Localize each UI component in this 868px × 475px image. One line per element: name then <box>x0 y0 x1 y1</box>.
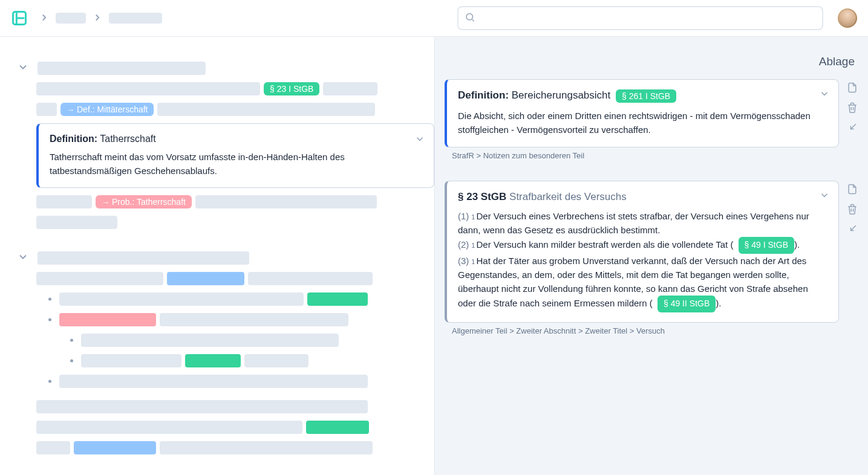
card-title: Definition: Tatherrschaft <box>50 134 156 144</box>
chevron-down-icon[interactable] <box>17 61 29 75</box>
trash-icon[interactable] <box>846 203 858 217</box>
bullet-icon <box>48 380 51 383</box>
green-block <box>306 421 369 434</box>
paragraph-2: (2)1Der Versuch kann milder bestraft wer… <box>458 237 815 254</box>
law-reference-tag[interactable]: § 49 II StGB <box>658 296 716 312</box>
document-icon[interactable] <box>846 82 858 95</box>
paragraph-3: (3)1Hat der Täter aus grobem Unverstand … <box>458 254 815 312</box>
chevron-down-icon[interactable] <box>819 190 830 202</box>
tag-label: Def.: Mittäterschaft <box>77 105 148 114</box>
outline-row[interactable] <box>0 216 434 229</box>
sidebar-ablage: Ablage Definition: Bereicherungsabsicht … <box>434 37 868 475</box>
editor-pane: § 23 I StGB → Def.: Mittäterschaft <box>0 37 434 475</box>
outline-row[interactable]: → Def.: Mittäterschaft <box>0 103 434 116</box>
bullet-icon <box>48 298 51 301</box>
paragraph-1: (1)1Der Versuch eines Verbrechens ist st… <box>458 209 815 238</box>
collapse-in-icon[interactable] <box>846 223 858 237</box>
outline-row[interactable]: → Prob.: Tatherrschaft <box>0 195 434 208</box>
blue-block <box>167 272 244 285</box>
user-avatar[interactable] <box>838 8 857 28</box>
bullet-icon <box>70 360 73 363</box>
ablage-card-paragraph[interactable]: § 23 StGB Strafbarkeit des Versuchs (1)1… <box>445 181 839 323</box>
card-body: (1)1Der Versuch eines Verbrechens ist st… <box>458 209 815 313</box>
arrow-right-icon: → <box>67 105 74 114</box>
definition-card[interactable]: Definition: Tatherrschaft Tatherrschaft … <box>36 123 434 188</box>
outline-row[interactable] <box>0 334 434 347</box>
chevron-down-icon[interactable] <box>819 88 830 101</box>
search-input[interactable] <box>457 6 823 30</box>
section-title-placeholder <box>38 251 249 265</box>
chevron-right-icon <box>92 12 103 25</box>
problem-link-tag[interactable]: → Prob.: Tatherrschaft <box>96 195 192 208</box>
breadcrumb-item-2[interactable] <box>109 13 162 24</box>
card-actions <box>846 181 858 351</box>
sidebar-title: Ablage <box>445 55 855 68</box>
outline-row[interactable] <box>0 375 434 388</box>
bullet-icon <box>70 339 73 342</box>
law-reference-tag[interactable]: § 49 I StGB <box>739 237 794 254</box>
trash-icon[interactable] <box>846 102 858 115</box>
green-block <box>185 354 241 367</box>
collapse-in-icon[interactable] <box>846 121 858 135</box>
document-icon[interactable] <box>846 183 858 197</box>
chevron-down-icon[interactable] <box>17 251 29 265</box>
outline-row[interactable] <box>0 354 434 367</box>
outline-row[interactable] <box>0 400 434 413</box>
main-split: § 23 I StGB → Def.: Mittäterschaft <box>0 37 868 475</box>
outline-section-1: § 23 I StGB → Def.: Mittäterschaft <box>0 61 434 229</box>
card-breadcrumb: StrafR > Notizen zum besonderen Teil <box>452 151 839 160</box>
outline-row[interactable] <box>0 292 434 306</box>
law-reference-tag[interactable]: § 23 I StGB <box>264 82 319 95</box>
outline-row[interactable] <box>0 313 434 326</box>
outline-row[interactable] <box>0 441 434 454</box>
card-body: Tatherrschaft meint das vom Vorsatz umfa… <box>50 150 423 178</box>
card-actions <box>846 79 858 175</box>
definition-link-tag[interactable]: → Def.: Mittäterschaft <box>60 103 154 116</box>
search-container <box>457 6 823 30</box>
blue-block <box>74 441 156 454</box>
tag-label: Prob.: Tatherrschaft <box>112 197 186 207</box>
app-logo[interactable] <box>11 10 28 27</box>
section-title-placeholder <box>38 62 206 75</box>
outline-row[interactable] <box>0 421 434 434</box>
outline-section-2 <box>0 251 434 454</box>
outline-row[interactable] <box>0 272 434 285</box>
breadcrumb <box>39 12 162 25</box>
bullet-icon <box>48 318 51 322</box>
green-block <box>307 292 368 306</box>
ablage-card-definition[interactable]: Definition: Bereicherungsabsicht § 261 I… <box>445 79 839 147</box>
app-header <box>0 0 868 37</box>
law-reference-tag[interactable]: § 261 I StGB <box>616 89 676 103</box>
arrow-right-icon: → <box>102 198 109 207</box>
breadcrumb-item-1[interactable] <box>56 13 86 24</box>
card-body: Die Absicht, sich oder einem Dritten ein… <box>458 109 815 137</box>
chevron-down-icon[interactable] <box>414 134 425 146</box>
card-title: Definition: Bereicherungsabsicht <box>458 89 613 101</box>
card-breadcrumb: Allgemeiner Teil > Zweiter Abschnitt > Z… <box>452 326 839 335</box>
chevron-right-icon <box>39 12 50 25</box>
outline-row[interactable]: § 23 I StGB <box>0 82 434 95</box>
card-title: § 23 StGB Strafbarkeit des Versuchs <box>458 191 815 203</box>
pink-block <box>59 313 156 326</box>
